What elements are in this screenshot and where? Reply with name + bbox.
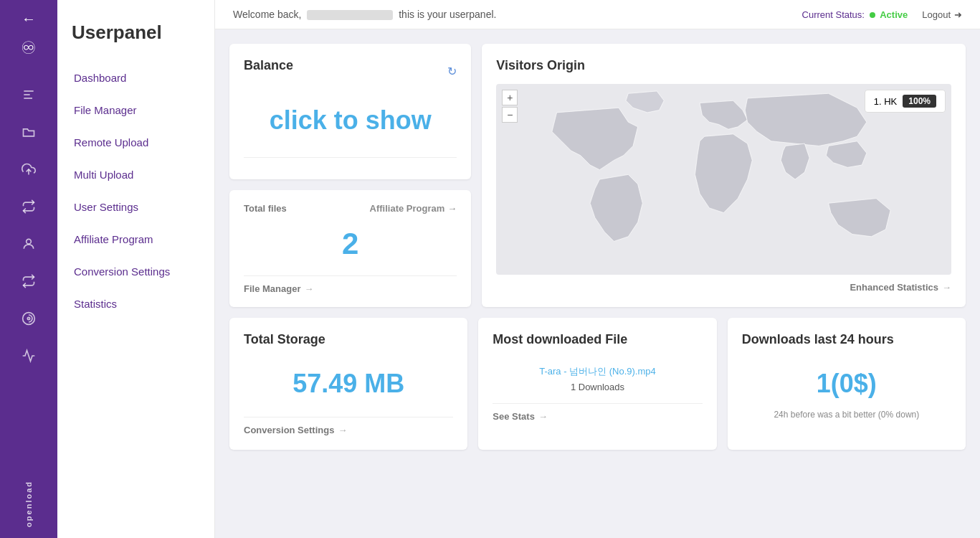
header-bar: Welcome back, this is your userpanel. Cu… xyxy=(215,0,980,29)
legend-pct: 100% xyxy=(903,95,936,108)
footer-arrow-icon: → xyxy=(304,283,313,294)
nav-title: Userpanel xyxy=(57,14,214,62)
username-blur xyxy=(307,10,393,20)
see-stats-link[interactable]: See Stats → xyxy=(493,411,702,422)
sidebar-item-user-settings[interactable]: User Settings xyxy=(57,191,214,223)
sidebar-item-remote-upload[interactable]: Remote Upload xyxy=(57,126,214,159)
sidebar-item-statistics[interactable]: Statistics xyxy=(57,288,214,320)
main-content: Welcome back, this is your userpanel. Cu… xyxy=(215,0,980,538)
nav-panel: Userpanel Dashboard File Manager Remote … xyxy=(57,0,215,538)
visitors-title: Visitors Origin xyxy=(496,58,951,73)
sidebar-item-conversion[interactable]: Conversion Settings xyxy=(57,255,214,288)
visitors-card: Visitors Origin xyxy=(482,44,966,307)
map-legend: 1. HK 100% xyxy=(865,90,946,113)
most-downloaded-filename: T-ara - 넘버나인 (No.9).mp4 xyxy=(493,358,702,382)
most-downloaded-title: Most downloaded File xyxy=(493,332,702,347)
balance-header: Balance ↻ xyxy=(244,58,457,84)
file-manager-link[interactable]: File Manager → xyxy=(244,283,457,294)
svg-point-5 xyxy=(27,317,29,319)
conversion-icon[interactable] xyxy=(14,304,43,333)
affiliate-link[interactable]: Affiliate Program → xyxy=(370,203,457,214)
left-column: Balance ↻ click to show Total files Affi… xyxy=(229,44,471,307)
user-settings-icon[interactable] xyxy=(14,230,43,258)
most-downloaded-count: 1 Downloads xyxy=(493,382,702,392)
enhanced-stats-link[interactable]: Enhanced Statistics → xyxy=(850,282,951,293)
map-svg xyxy=(496,84,951,275)
total-files-card: Total files Affiliate Program → 2 File M… xyxy=(229,190,471,307)
back-button[interactable]: ← xyxy=(22,11,36,27)
footer-arrow-icon-3: → xyxy=(338,425,347,435)
sidebar-item-file-manager[interactable]: File Manager xyxy=(57,94,214,126)
welcome-message: Welcome back, this is your userpanel. xyxy=(233,9,496,20)
arrow-right-icon: → xyxy=(447,203,457,214)
balance-title: Balance xyxy=(244,58,293,73)
visitors-footer: Enhanced Statistics → xyxy=(496,282,951,293)
logo-icon: ♾ xyxy=(21,38,37,58)
svg-point-4 xyxy=(27,239,32,244)
downloads-24h-card: Downloads last 24 hours 1(0$) 24h before… xyxy=(728,318,966,450)
storage-value: 57.49 MB xyxy=(244,358,453,410)
statistics-icon[interactable] xyxy=(14,341,43,370)
file-manager-icon[interactable] xyxy=(14,118,43,146)
downloads-24h-sub: 24h before was a bit better (0% down) xyxy=(742,410,951,420)
downloads-24h-value: 1(0$) xyxy=(742,358,951,410)
remote-upload-icon[interactable] xyxy=(14,155,43,184)
footer-arrow-icon-2: → xyxy=(942,282,951,293)
total-storage-card: Total Storage 57.49 MB Conversion Settin… xyxy=(229,318,467,450)
dashboard-icon[interactable] xyxy=(14,80,43,109)
conversion-settings-link[interactable]: Conversion Settings → xyxy=(244,425,453,435)
footer-arrow-icon-4: → xyxy=(538,411,548,422)
balance-cta[interactable]: click to show xyxy=(244,91,457,150)
sidebar-item-affiliate[interactable]: Affiliate Program xyxy=(57,223,214,255)
world-map: + − 1. HK 100% xyxy=(496,84,951,275)
status-badge: Current Status: Active xyxy=(802,9,908,20)
multi-upload-icon[interactable] xyxy=(14,192,43,221)
downloads-24h-title: Downloads last 24 hours xyxy=(742,332,951,347)
refresh-icon[interactable]: ↻ xyxy=(447,65,457,78)
total-files-value: 2 xyxy=(244,220,457,268)
map-zoom-in[interactable]: + xyxy=(502,90,518,105)
logout-icon: ➜ xyxy=(954,9,962,20)
legend-rank: 1. HK xyxy=(874,96,898,107)
brand-label: openload xyxy=(24,481,33,527)
header-right: Current Status: Active Logout ➜ xyxy=(802,9,962,20)
sidebar: ← ♾ openload xyxy=(0,0,57,538)
status-dot xyxy=(870,12,875,18)
sidebar-item-dashboard[interactable]: Dashboard xyxy=(57,62,214,94)
balance-card: Balance ↻ click to show xyxy=(229,44,471,179)
total-files-header: Total files Affiliate Program → xyxy=(244,203,457,214)
bottom-row: Total Storage 57.49 MB Conversion Settin… xyxy=(229,318,966,450)
most-downloaded-card: Most downloaded File T-ara - 넘버나인 (No.9)… xyxy=(478,318,716,450)
affiliate-icon[interactable] xyxy=(14,267,43,296)
total-files-title: Total files xyxy=(244,203,287,214)
storage-title: Total Storage xyxy=(244,332,453,347)
dashboard-grid: Balance ↻ click to show Total files Affi… xyxy=(215,29,980,464)
map-controls: + − xyxy=(502,90,518,123)
map-zoom-out[interactable]: − xyxy=(502,107,518,123)
sidebar-item-multi-upload[interactable]: Multi Upload xyxy=(57,159,214,191)
logout-button[interactable]: Logout ➜ xyxy=(922,9,962,20)
